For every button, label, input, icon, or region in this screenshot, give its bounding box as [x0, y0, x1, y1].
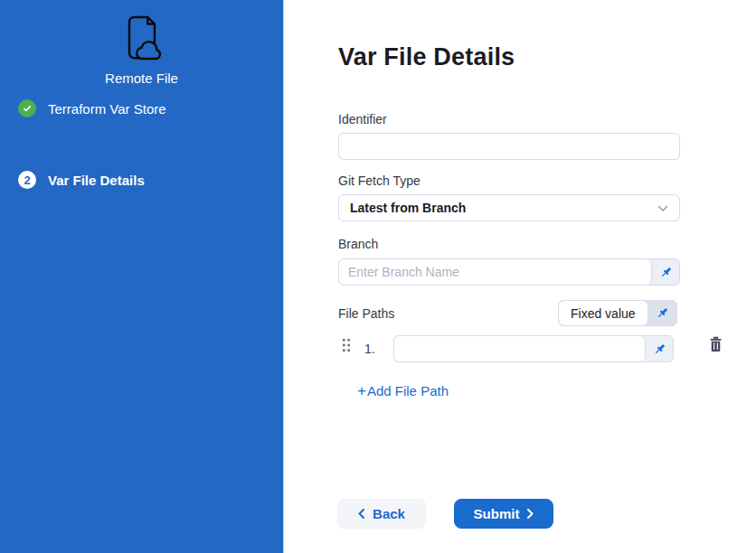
add-file-path-button[interactable]: + Add File Path [357, 383, 449, 398]
file-path-row-index: 1. [364, 342, 375, 356]
pin-icon[interactable] [646, 336, 673, 361]
sidebar-step-terraform-var-store[interactable]: Terraform Var Store [18, 99, 166, 117]
step-label: Var File Details [48, 173, 145, 188]
wizard-sidebar: Remote File Terraform Var Store 2 Var Fi… [0, 0, 284, 553]
chevron-right-icon [527, 506, 534, 521]
remote-file-icon [118, 13, 165, 67]
file-paths-value-type-button[interactable]: Fixed value [558, 300, 677, 326]
branch-label: Branch [338, 237, 378, 251]
file-paths-label: File Paths [338, 306, 394, 321]
git-fetch-type-label: Git Fetch Type [338, 173, 421, 188]
chevron-down-icon [657, 201, 668, 215]
step-complete-check-icon [18, 99, 36, 117]
submit-button[interactable]: Submit [454, 499, 553, 529]
step-number-badge: 2 [18, 171, 36, 189]
identifier-input[interactable] [338, 133, 680, 160]
add-file-path-label: Add File Path [367, 383, 449, 398]
git-fetch-type-value: Latest from Branch [350, 201, 466, 215]
wizard-header: Remote File [0, 13, 283, 86]
trash-icon[interactable] [708, 336, 723, 352]
chevron-left-icon [358, 506, 364, 521]
drag-handle-icon[interactable] [342, 338, 351, 356]
step-label: Terraform Var Store [48, 101, 166, 117]
value-type-label: Fixed value [559, 301, 648, 325]
wizard-type-label: Remote File [0, 70, 283, 86]
branch-input[interactable] [339, 259, 652, 285]
back-button-label: Back [373, 506, 405, 521]
submit-button-label: Submit [474, 506, 520, 521]
pin-icon [648, 301, 676, 325]
pin-icon[interactable] [652, 259, 679, 285]
page-title: Var File Details [338, 43, 515, 71]
file-path-input[interactable] [394, 336, 646, 361]
git-fetch-type-select[interactable]: Latest from Branch [338, 194, 680, 221]
plus-icon: + [357, 383, 366, 398]
back-button[interactable]: Back [337, 499, 426, 529]
sidebar-step-var-file-details[interactable]: 2 Var File Details [18, 171, 145, 189]
file-path-row [393, 335, 674, 362]
identifier-label: Identifier [338, 112, 387, 127]
branch-field [338, 258, 680, 286]
